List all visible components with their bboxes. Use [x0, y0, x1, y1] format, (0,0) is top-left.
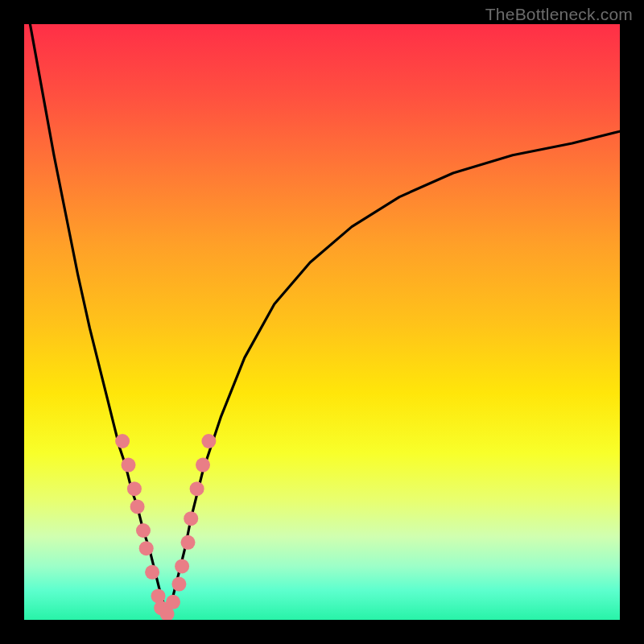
- highlight-marker: [184, 511, 198, 526]
- highlight-marker: [190, 481, 204, 496]
- highlight-marker: [115, 434, 130, 448]
- highlight-marker: [145, 565, 159, 580]
- curve-svg: [24, 24, 620, 620]
- highlight-marker: [196, 458, 210, 473]
- highlight-marker: [201, 434, 216, 448]
- highlight-marker: [130, 499, 145, 514]
- plot-area: [24, 24, 620, 620]
- highlight-marker: [181, 535, 196, 550]
- highlight-marker: [139, 541, 154, 555]
- highlight-marker: [122, 458, 136, 473]
- watermark-text: TheBottleneck.com: [485, 5, 633, 24]
- chart-container: TheBottleneck.com: [0, 0, 644, 644]
- highlight-marker: [127, 481, 142, 496]
- highlight-marker: [175, 559, 189, 573]
- highlight-marker: [136, 523, 151, 538]
- highlight-marker: [171, 577, 186, 592]
- bottleneck-curve: [30, 24, 620, 614]
- highlight-marker: [166, 595, 180, 609]
